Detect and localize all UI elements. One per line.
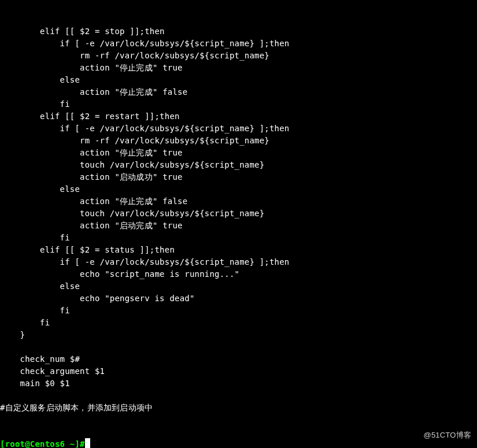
code-line: action "启动完成" true	[0, 220, 477, 232]
code-line: action "启动成功" true	[0, 171, 477, 183]
code-line: check_argument $1	[0, 365, 477, 377]
code-line: fi	[0, 232, 477, 244]
code-line: fi	[0, 98, 477, 110]
code-line: }	[0, 329, 477, 341]
code-line: check_num $#	[0, 353, 477, 365]
code-line: touch /var/lock/subsys/${script_name}	[0, 159, 477, 171]
prompt-hash: #	[80, 439, 85, 448]
code-line: echo "pengserv is dead"	[0, 293, 477, 305]
script-code-block: elif [[ $2 = stop ]];then if [ -e /var/l…	[0, 25, 477, 414]
terminal-window[interactable]: elif [[ $2 = stop ]];then if [ -e /var/l…	[0, 0, 477, 448]
code-line: rm -rf /var/lock/subsys/${script_name}	[0, 50, 477, 62]
prompt-user-host: [root@Centos6 ~]	[0, 439, 80, 448]
prompt-line[interactable]: [root@Centos6 ~]#	[0, 438, 477, 448]
cursor	[85, 438, 90, 448]
code-line: rm -rf /var/lock/subsys/${script_name}	[0, 135, 477, 147]
code-line: else	[0, 280, 477, 293]
code-line: fi	[0, 317, 477, 329]
code-line: if [ -e /var/lock/subsys/${script_name} …	[0, 123, 477, 135]
code-line: action "停止完成" false	[0, 86, 477, 98]
code-line: action "停止完成" true	[0, 62, 477, 74]
code-line: if [ -e /var/lock/subsys/${script_name} …	[0, 256, 477, 268]
code-line: action "停止完成" true	[0, 147, 477, 159]
code-line: else	[0, 183, 477, 195]
code-line	[0, 390, 477, 402]
code-line: elif [[ $2 = stop ]];then	[0, 25, 477, 38]
code-line: main $0 $1	[0, 377, 477, 390]
code-line	[0, 341, 477, 353]
code-line: if [ -e /var/lock/subsys/${script_name} …	[0, 38, 477, 50]
code-line: elif [[ $2 = status ]];then	[0, 244, 477, 256]
code-line: fi	[0, 305, 477, 317]
code-line: #自定义服务启动脚本，并添加到启动项中	[0, 402, 477, 414]
watermark: @51CTO博客	[424, 429, 471, 441]
code-line: echo "script_name is running..."	[0, 268, 477, 280]
code-line: elif [[ $2 = restart ]];then	[0, 110, 477, 123]
code-line: else	[0, 74, 477, 86]
code-line: touch /var/lock/subsys/${script_name}	[0, 208, 477, 220]
code-line: action "停止完成" false	[0, 195, 477, 208]
